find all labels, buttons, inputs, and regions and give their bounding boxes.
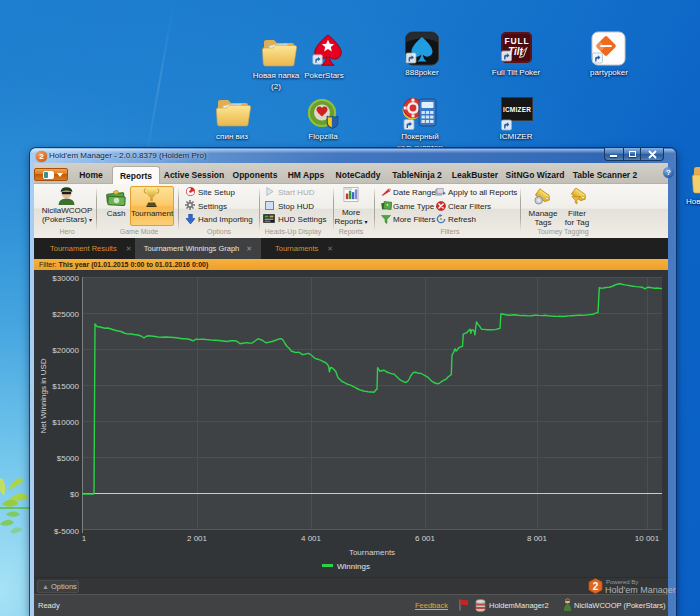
svg-text:$-5000: $-5000 — [54, 527, 79, 536]
svg-text:2: 2 — [593, 581, 599, 592]
svg-text:$10000: $10000 — [52, 418, 79, 427]
svg-text:$5000: $5000 — [57, 454, 80, 463]
svg-text:Winnings: Winnings — [337, 562, 370, 571]
svg-text:2 001: 2 001 — [187, 534, 208, 543]
svg-text:ICMIZER: ICMIZER — [503, 106, 531, 113]
svg-text:6 001: 6 001 — [415, 534, 436, 543]
svg-text:Net Winnings in USD: Net Winnings in USD — [39, 358, 48, 433]
svg-text:4 001: 4 001 — [301, 534, 322, 543]
svg-text:$20000: $20000 — [52, 346, 79, 355]
svg-text:$15000: $15000 — [52, 382, 79, 391]
svg-text:10 001: 10 001 — [635, 534, 660, 543]
svg-text:$30000: $30000 — [52, 274, 79, 283]
svg-text:8 001: 8 001 — [527, 534, 548, 543]
svg-text:Tournaments: Tournaments — [349, 548, 395, 557]
svg-text:$0: $0 — [70, 490, 79, 499]
svg-text:1: 1 — [82, 534, 87, 543]
svg-text:FULL: FULL — [505, 36, 530, 46]
svg-text:$25000: $25000 — [52, 310, 79, 319]
